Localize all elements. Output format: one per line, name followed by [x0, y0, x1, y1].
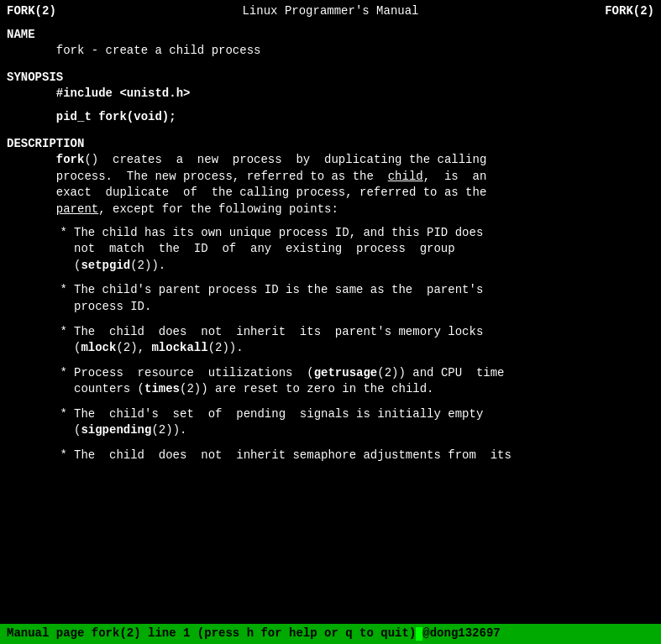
bullet-marker: *	[7, 225, 74, 275]
name-title: NAME	[7, 27, 654, 44]
name-content: fork - create a child process	[7, 43, 654, 60]
terminal-cursor	[416, 627, 422, 641]
man-page-content: FORK(2) Linux Programmer's Manual FORK(2…	[0, 0, 661, 624]
status-bar: Manual page fork(2) line 1 (press h for …	[0, 624, 661, 644]
bullet-content: Process resource utilizations (getrusage…	[74, 365, 505, 398]
description-section: DESCRIPTION fork() creates a new process…	[7, 136, 654, 464]
header-right: FORK(2)	[605, 3, 654, 20]
bullet-marker: *	[7, 282, 74, 315]
description-intro: fork() creates a new process by duplicat…	[7, 152, 654, 217]
terminal: FORK(2) Linux Programmer's Manual FORK(2…	[0, 0, 661, 644]
bullet-content: The child does not inherit its parent's …	[74, 324, 483, 357]
bullet-4: * Process resource utilizations (getrusa…	[7, 365, 654, 398]
bullet-5: * The child's set of pending signals is …	[7, 406, 654, 439]
header-left: FORK(2)	[7, 3, 56, 20]
synopsis-include: #include <unistd.h>	[7, 86, 654, 102]
header-center: Linux Programmer's Manual	[242, 3, 418, 20]
synopsis-section: SYNOPSIS #include <unistd.h> pid_t fork(…	[7, 70, 654, 126]
synopsis-function: pid_t fork(void);	[7, 109, 654, 126]
status-username: @dong132697	[422, 626, 500, 642]
bullet-marker: *	[7, 406, 74, 439]
bullet-3: * The child does not inherit its parent'…	[7, 324, 654, 357]
bullet-2: * The child's parent process ID is the s…	[7, 282, 654, 315]
bullet-content: The child has its own unique process ID,…	[74, 225, 483, 275]
man-page-header: FORK(2) Linux Programmer's Manual FORK(2…	[7, 3, 654, 20]
name-section: NAME fork - create a child process	[7, 27, 654, 60]
bullet-marker: *	[7, 448, 74, 464]
bullet-content: The child's set of pending signals is in…	[74, 406, 483, 439]
status-text: Manual page fork(2) line 1 (press h for …	[7, 626, 416, 642]
bullet-content: The child's parent process ID is the sam…	[74, 282, 483, 315]
bullet-1: * The child has its own unique process I…	[7, 225, 654, 275]
bullet-6: * The child does not inherit semaphore a…	[7, 448, 654, 464]
bullet-marker: *	[7, 324, 74, 357]
bullet-content: The child does not inherit semaphore adj…	[74, 448, 511, 464]
bullet-marker: *	[7, 365, 74, 398]
description-title: DESCRIPTION	[7, 136, 654, 153]
synopsis-title: SYNOPSIS	[7, 70, 654, 86]
